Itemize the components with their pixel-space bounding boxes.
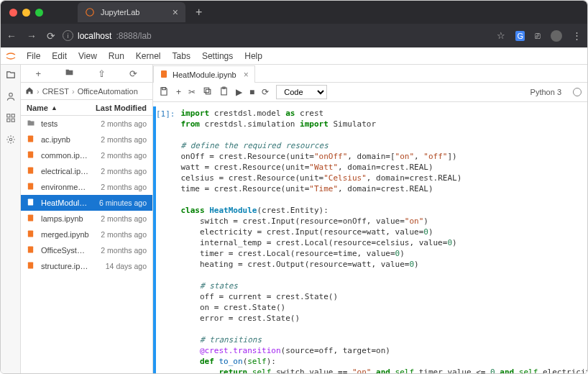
menu-edit[interactable]: Edit <box>46 49 73 63</box>
refresh-icon[interactable]: ⟳ <box>129 68 137 79</box>
profile-icon[interactable] <box>551 30 562 42</box>
paste-icon[interactable] <box>219 86 229 98</box>
browser-tab[interactable]: JupyterLab × <box>78 2 185 22</box>
breadcrumb-item[interactable]: OfficeAutomation <box>78 87 138 96</box>
svg-point-1 <box>9 93 12 96</box>
add-cell-icon[interactable]: + <box>176 87 181 97</box>
site-info-icon[interactable]: i <box>63 30 73 41</box>
notebook-icon <box>27 261 37 271</box>
home-icon[interactable] <box>25 86 34 96</box>
file-row[interactable]: ac.ipynb2 months ago <box>21 132 152 147</box>
menu-settings[interactable]: Settings <box>196 49 239 63</box>
menu-view[interactable]: View <box>73 49 103 63</box>
file-name: structure.ipynb <box>41 262 89 270</box>
svg-rect-5 <box>12 119 14 122</box>
new-launcher-icon[interactable]: + <box>36 68 42 79</box>
notebook-icon <box>27 182 37 192</box>
file-name: merged.ipynb <box>41 230 89 239</box>
svg-rect-10 <box>28 183 33 189</box>
svg-rect-4 <box>6 119 9 122</box>
menu-help[interactable]: Help <box>239 49 268 63</box>
file-row[interactable]: lamps.ipynb2 months ago <box>21 211 152 227</box>
file-row[interactable]: electrical.ipynb2 months ago <box>21 163 152 179</box>
notebook[interactable]: [1]: import crestdsl.model as crest from… <box>153 102 587 373</box>
svg-rect-12 <box>28 214 33 221</box>
window-controls <box>9 9 43 17</box>
modified-column-label[interactable]: Last Modified <box>91 104 152 112</box>
close-tab-icon[interactable]: × <box>173 6 178 18</box>
file-name: environment.ipynb <box>41 183 89 191</box>
new-tab-button[interactable]: + <box>196 6 202 19</box>
svg-rect-18 <box>206 89 211 94</box>
save-icon[interactable] <box>159 86 169 99</box>
file-name: ac.ipynb <box>41 135 89 144</box>
breadcrumb-item[interactable]: CREST <box>42 87 69 96</box>
url-host: localhost <box>78 31 111 41</box>
url-field[interactable]: i localhost:8888/lab <box>63 30 490 41</box>
file-name: lamps.ipynb <box>41 214 89 223</box>
file-row[interactable]: tests2 months ago <box>21 116 152 132</box>
tabs-icon[interactable] <box>5 134 17 145</box>
notebook-icon <box>27 229 37 240</box>
files-icon[interactable] <box>5 69 17 81</box>
commands-icon[interactable] <box>5 112 17 124</box>
file-row[interactable]: common.ipynb2 months ago <box>21 147 152 163</box>
activity-bar <box>1 65 21 373</box>
menu-file[interactable]: File <box>21 49 46 63</box>
svg-rect-16 <box>161 70 167 78</box>
menu-run[interactable]: Run <box>103 49 130 63</box>
menu-kernel[interactable]: Kernel <box>130 49 167 63</box>
file-row[interactable]: environment.ipynb2 months ago <box>21 179 152 195</box>
forward-button[interactable]: → <box>27 30 37 42</box>
jupyter-favicon <box>85 7 95 17</box>
close-window-button[interactable] <box>9 9 17 17</box>
file-name: OfficeSystem.ipynb <box>41 246 89 255</box>
file-row[interactable]: merged.ipynb2 months ago <box>21 227 152 242</box>
menu-icon[interactable]: ⋮ <box>572 30 582 41</box>
file-modified: 2 months ago <box>89 151 147 160</box>
file-row[interactable]: HeatModule.ipynb6 minutes ago <box>21 195 152 211</box>
back-button[interactable]: ← <box>6 30 17 42</box>
svg-rect-15 <box>28 262 33 268</box>
restart-icon[interactable]: ⟳ <box>262 87 269 97</box>
file-modified: 2 months ago <box>89 246 147 255</box>
code-cell[interactable]: [1]: import crestdsl.model as crest from… <box>153 106 587 373</box>
browser-address-bar: ← → ⟳ i localhost:8888/lab ☆ G ⎚ ⋮ <box>1 24 587 47</box>
svg-rect-7 <box>28 135 33 142</box>
file-modified: 6 minutes ago <box>89 199 147 207</box>
file-browser: + ⇧ ⟳ › CREST › OfficeAutomation Name▲ L… <box>21 65 153 373</box>
svg-rect-19 <box>204 88 209 93</box>
maximize-window-button[interactable] <box>35 9 43 17</box>
upload-icon[interactable]: ⇧ <box>98 68 106 79</box>
new-folder-icon[interactable] <box>65 68 74 79</box>
file-row[interactable]: OfficeSystem.ipynb2 months ago <box>21 242 152 258</box>
cast-icon[interactable]: ⎚ <box>535 30 541 41</box>
reload-button[interactable]: ⟳ <box>47 30 55 42</box>
sort-icon[interactable]: ▲ <box>51 104 58 111</box>
file-modified: 2 months ago <box>89 230 147 239</box>
kernel-name[interactable]: Python 3 <box>530 88 561 96</box>
copy-icon[interactable] <box>203 86 212 98</box>
svg-point-6 <box>9 138 12 141</box>
document-tab[interactable]: HeatModule.ipynb × <box>153 65 255 83</box>
run-icon[interactable]: ▶ <box>236 87 242 97</box>
cut-icon[interactable]: ✂ <box>188 87 196 97</box>
kernel-status-icon[interactable] <box>573 88 582 96</box>
code-editor[interactable]: import crestdsl.model as crest from cres… <box>181 108 588 373</box>
file-name: electrical.ipynb <box>41 167 89 175</box>
minimize-window-button[interactable] <box>22 9 30 17</box>
translate-icon[interactable]: G <box>515 31 525 41</box>
svg-rect-11 <box>28 199 33 205</box>
document-tabs: HeatModule.ipynb × <box>153 65 587 83</box>
running-icon[interactable] <box>5 91 17 102</box>
menu-tabs[interactable]: Tabs <box>167 49 196 63</box>
name-column-label[interactable]: Name <box>27 104 48 112</box>
url-path: :8888/lab <box>116 31 151 41</box>
stop-icon[interactable]: ■ <box>249 87 254 97</box>
close-icon[interactable]: × <box>244 70 249 80</box>
breadcrumb[interactable]: › CREST › OfficeAutomation <box>21 83 152 100</box>
cell-type-select[interactable]: Code <box>276 85 327 99</box>
file-row[interactable]: structure.ipynb14 days ago <box>21 258 152 274</box>
source-code[interactable]: import crestdsl.model as crest from cres… <box>181 108 588 373</box>
star-icon[interactable]: ☆ <box>497 30 505 41</box>
